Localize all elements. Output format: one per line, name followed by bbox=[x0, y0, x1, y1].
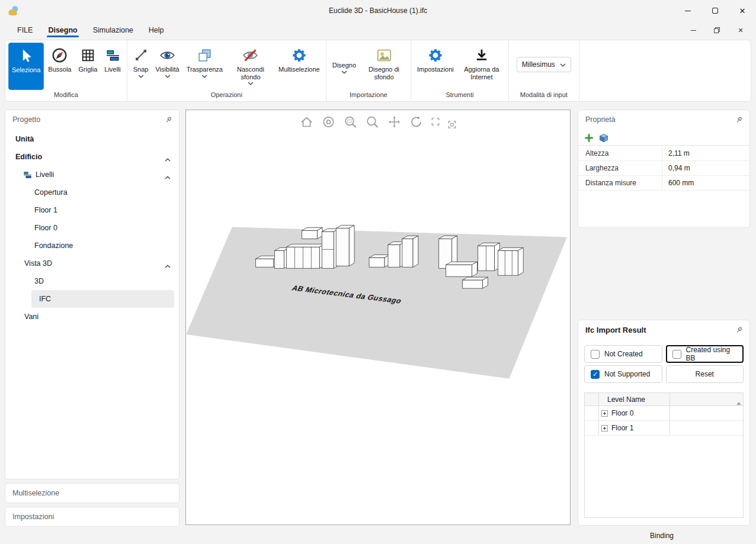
ribbon-group-label: Operazioni bbox=[127, 90, 326, 101]
ifc-table-header: Level Name bbox=[585, 393, 743, 406]
impostazioni-panel-header[interactable]: Impostazioni bbox=[5, 507, 180, 527]
visibilita-button[interactable]: Visibilità bbox=[152, 43, 182, 90]
ribbon-spacer bbox=[579, 40, 751, 101]
tree-item-floor-1[interactable]: Floor 1 bbox=[5, 201, 179, 219]
aggiorna-da-internet-button[interactable]: Aggiorna da Internet bbox=[458, 43, 505, 90]
livelli-button[interactable]: Livelli bbox=[101, 43, 124, 90]
pan-icon[interactable] bbox=[387, 115, 402, 129]
pin-icon[interactable] bbox=[164, 115, 173, 127]
rotate-view-icon[interactable] bbox=[409, 115, 424, 129]
checkbox-label: Created using BB bbox=[686, 346, 738, 362]
property-value[interactable]: 0,94 m bbox=[662, 164, 690, 172]
button-label: Nascondi sfondo bbox=[230, 66, 271, 81]
zoom-window-icon[interactable] bbox=[344, 115, 358, 129]
tree-item-3d[interactable]: 3D bbox=[5, 272, 179, 290]
seleziona-button[interactable]: Seleziona bbox=[8, 43, 44, 90]
menu-disegno[interactable]: Disegno bbox=[40, 21, 85, 39]
doc-minimize-button[interactable] bbox=[681, 21, 705, 39]
chevron-up-icon[interactable] bbox=[165, 155, 171, 163]
chevron-down-icon bbox=[138, 75, 144, 78]
not-created-checkbox[interactable]: Not Created bbox=[584, 345, 662, 363]
snap-button[interactable]: Snap bbox=[130, 43, 152, 90]
property-value[interactable]: 2,11 m bbox=[662, 149, 690, 157]
doc-restore-button[interactable] bbox=[705, 21, 729, 39]
levels-icon bbox=[105, 46, 120, 65]
tree-item-ifc[interactable]: IFC bbox=[31, 290, 174, 308]
tree-item-label: 3D bbox=[34, 277, 44, 285]
ifc-filter-grid: Not Created Created using BB ✓ Not Suppo… bbox=[584, 345, 744, 383]
column-header-label: Level Name bbox=[599, 395, 645, 404]
menu-file[interactable]: FILE bbox=[9, 21, 40, 39]
hide-background-icon bbox=[242, 46, 258, 65]
close-button[interactable]: ✕ bbox=[729, 0, 756, 21]
menubar: FILE Disegno Simulazione Help bbox=[0, 21, 756, 39]
property-row[interactable]: Distanza misure 600 mm bbox=[578, 176, 749, 191]
tree-item-copertura[interactable]: Copertura bbox=[5, 184, 179, 201]
fit-selection-icon[interactable] bbox=[448, 120, 457, 129]
pin-icon[interactable] bbox=[735, 115, 744, 127]
property-row[interactable]: Larghezza 0,94 m bbox=[578, 161, 749, 176]
property-value[interactable]: 600 mm bbox=[662, 179, 694, 187]
zoom-icon[interactable] bbox=[366, 115, 380, 129]
tree-item-unita[interactable]: Unità bbox=[5, 130, 179, 148]
properties-panel: Proprietà Altezza 2,11 m Larghezza 0,94 … bbox=[578, 110, 750, 228]
disegno-di-sfondo-button[interactable]: Disegno di sfondo bbox=[360, 43, 408, 90]
property-row[interactable]: Altezza 2,11 m bbox=[578, 146, 749, 161]
griglia-button[interactable]: Griglia bbox=[75, 43, 100, 90]
multiselezione-button[interactable]: Multiselezione bbox=[276, 43, 323, 90]
home-view-icon[interactable] bbox=[300, 115, 314, 129]
minimize-button[interactable] bbox=[674, 0, 701, 21]
cube-icon[interactable] bbox=[599, 133, 608, 143]
properties-toolbar bbox=[578, 130, 749, 146]
reset-button[interactable]: Reset bbox=[666, 365, 744, 383]
viewport-3d[interactable]: AB Microtecnica da Gussago bbox=[185, 110, 571, 525]
maximize-button[interactable] bbox=[701, 0, 729, 21]
pin-icon[interactable] bbox=[735, 326, 744, 337]
tree-item-vista-3d[interactable]: Vista 3D bbox=[5, 255, 179, 272]
header-cell-level-name[interactable]: Level Name bbox=[599, 393, 670, 405]
doc-close-button[interactable]: ✕ bbox=[729, 21, 752, 39]
impostazioni-button[interactable]: Impostazioni bbox=[414, 43, 457, 90]
close-icon: ✕ bbox=[738, 27, 743, 34]
expand-plus-icon[interactable] bbox=[601, 410, 608, 417]
table-row[interactable]: Floor 1 bbox=[585, 421, 743, 436]
window-title: Euclide 3D - BasicHouse (1).ifc bbox=[329, 7, 427, 15]
button-label: Seleziona bbox=[12, 66, 40, 74]
tree-item-vani[interactable]: Vani bbox=[5, 308, 179, 326]
tree-item-floor-0[interactable]: Floor 0 bbox=[5, 219, 179, 237]
scrollbar-up-icon[interactable] bbox=[736, 397, 741, 407]
tree-item-label: Livelli bbox=[36, 170, 54, 179]
minimize-icon bbox=[685, 11, 691, 11]
ribbon-group-modifica: Seleziona Bussola Griglia Livelli Modifi… bbox=[5, 40, 127, 101]
tree-item-livelli[interactable]: Livelli bbox=[5, 166, 179, 184]
chevron-up-icon[interactable] bbox=[165, 262, 171, 270]
tree-item-fondazione[interactable]: Fondazione bbox=[5, 237, 179, 255]
menu-help[interactable]: Help bbox=[141, 21, 172, 39]
chevron-down-icon bbox=[560, 60, 566, 69]
button-label: Bussola bbox=[48, 66, 71, 73]
nascondi-sfondo-button[interactable]: Nascondi sfondo bbox=[227, 43, 274, 90]
level-name: Floor 1 bbox=[611, 424, 633, 432]
orbit-icon[interactable] bbox=[322, 115, 336, 129]
menu-simulazione[interactable]: Simulazione bbox=[85, 21, 141, 39]
table-row[interactable]: Floor 0 bbox=[585, 406, 743, 421]
button-label: Griglia bbox=[78, 66, 97, 73]
button-label: Reset bbox=[696, 370, 714, 378]
add-icon[interactable] bbox=[584, 133, 594, 143]
chevron-down-icon bbox=[201, 75, 207, 78]
chevron-up-icon[interactable] bbox=[165, 173, 171, 181]
minimize-icon bbox=[691, 30, 696, 31]
trasparenza-button[interactable]: Trasparenza bbox=[184, 43, 226, 90]
viewport-canvas[interactable]: AB Microtecnica da Gussago bbox=[186, 110, 570, 524]
expand-plus-icon[interactable] bbox=[601, 425, 608, 432]
header-cell-empty bbox=[585, 393, 599, 405]
tree-item-edificio[interactable]: Edificio bbox=[5, 148, 179, 166]
bussola-button[interactable]: Bussola bbox=[45, 43, 74, 90]
not-supported-checkbox[interactable]: ✓ Not Supported bbox=[584, 365, 662, 383]
disegno-import-button[interactable]: Disegno bbox=[329, 43, 359, 90]
multiselezione-panel-header[interactable]: Multiselezione bbox=[5, 483, 180, 503]
fit-view-icon[interactable] bbox=[431, 117, 440, 126]
download-icon bbox=[474, 46, 489, 65]
created-using-bb-checkbox[interactable]: Created using BB bbox=[666, 345, 744, 363]
input-mode-combobox[interactable]: Millesimus bbox=[517, 57, 571, 72]
